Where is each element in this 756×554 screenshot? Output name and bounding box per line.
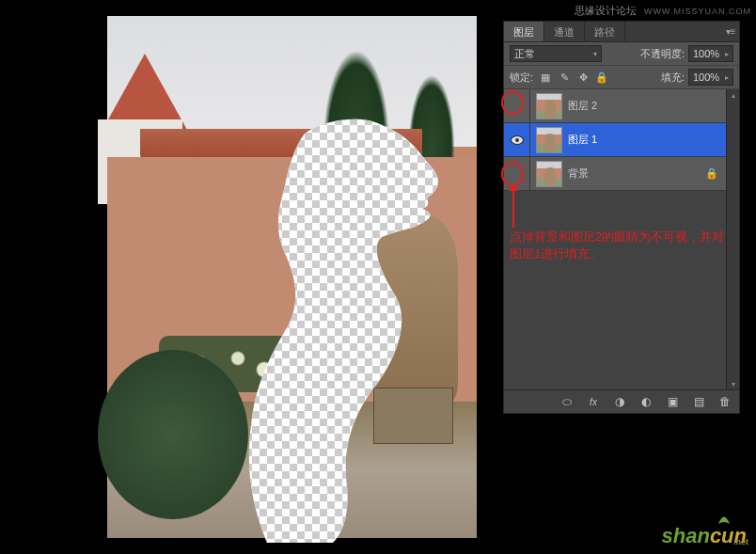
lock-icons-group: ▦ ✎ ✥ 🔒	[537, 70, 610, 85]
blend-opacity-row: 正常 ▾ 不透明度: 100% ▸	[504, 42, 739, 66]
document-canvas[interactable]	[107, 16, 477, 538]
opacity-label: 不透明度:	[640, 47, 685, 61]
annotation-text: 点掉背景和图层2的眼睛为不可视，并对图层1进行填充。	[510, 229, 735, 262]
eye-icon	[511, 135, 524, 145]
hedge	[98, 350, 248, 519]
opacity-input[interactable]: 100% ▸	[688, 45, 733, 62]
watermark-bottom: shancun .net	[662, 524, 747, 548]
layer-name: 背景	[568, 166, 589, 181]
chevron-right-icon: ▸	[725, 73, 729, 82]
watermark-cn: 思缘设计论坛	[575, 5, 637, 16]
layers-panel: 图层 通道 路径 ▾≡ 正常 ▾ 不透明度: 100% ▸ 锁定: ▦ ✎ ✥ …	[503, 21, 740, 414]
chevron-right-icon: ▸	[725, 50, 729, 58]
lock-move-icon[interactable]: ✥	[575, 70, 591, 85]
lock-fill-row: 锁定: ▦ ✎ ✥ 🔒 填充: 100% ▸	[504, 66, 739, 89]
tab-layers[interactable]: 图层	[504, 22, 544, 41]
opacity-value: 100%	[693, 48, 719, 59]
layer-row[interactable]: 图层 2	[504, 89, 739, 123]
panel-footer: ⬭ fx ◑ ◐ ▣ ▤ 🗑	[504, 389, 739, 413]
layer-mask-icon[interactable]: ◑	[611, 394, 628, 409]
layer-thumbnail[interactable]	[536, 161, 562, 187]
layer-row[interactable]: 图层 1	[504, 123, 739, 157]
layer-name: 图层 1	[568, 133, 597, 147]
layer-name: 图层 2	[568, 99, 597, 113]
visibility-toggle[interactable]	[504, 123, 530, 156]
tab-channels[interactable]: 通道	[544, 22, 585, 41]
lock-icon: 🔒	[705, 167, 718, 180]
blend-mode-select[interactable]: 正常 ▾	[510, 45, 602, 62]
group-icon[interactable]: ▣	[664, 394, 681, 409]
fill-value: 100%	[693, 71, 719, 83]
statue-base	[373, 388, 453, 444]
trash-icon[interactable]: 🗑	[717, 394, 733, 409]
lock-pixels-icon[interactable]: ▦	[537, 70, 554, 85]
blend-mode-value: 正常	[514, 47, 535, 61]
layer-thumbnail[interactable]	[536, 93, 562, 119]
tab-paths[interactable]: 路径	[585, 22, 625, 41]
adjustment-layer-icon[interactable]: ◐	[638, 394, 654, 409]
layer-thumbnail[interactable]	[536, 127, 562, 153]
panel-tabs: 图层 通道 路径 ▾≡	[504, 22, 739, 42]
watermark-shan: shan	[662, 524, 710, 547]
layers-empty-area[interactable]	[504, 191, 726, 389]
layer-row[interactable]: 背景 🔒	[504, 157, 739, 191]
fill-input[interactable]: 100% ▸	[688, 69, 733, 86]
scroll-down-icon[interactable]: ▾	[727, 378, 739, 389]
visibility-toggle[interactable]	[504, 89, 530, 122]
watermark-top: 思缘设计论坛 WWW.MISSYUAN.COM	[575, 4, 751, 18]
lock-all-icon[interactable]: 🔒	[593, 70, 610, 85]
watermark-en: WWW.MISSYUAN.COM	[644, 7, 751, 16]
lock-label: 锁定:	[510, 71, 533, 85]
scroll-up-icon[interactable]: ▴	[727, 89, 739, 101]
panel-menu-icon[interactable]: ▾≡	[722, 22, 739, 41]
chevron-down-icon: ▾	[593, 50, 597, 58]
annotation-arrow	[512, 185, 514, 228]
new-layer-icon[interactable]: ▤	[690, 394, 707, 409]
watermark-net: .net	[733, 537, 748, 546]
lock-brush-icon[interactable]: ✎	[556, 70, 573, 85]
fx-icon[interactable]: fx	[585, 394, 602, 409]
leaf-icon	[718, 514, 730, 524]
link-layers-icon[interactable]: ⬭	[559, 394, 575, 409]
fill-label: 填充:	[661, 71, 685, 85]
